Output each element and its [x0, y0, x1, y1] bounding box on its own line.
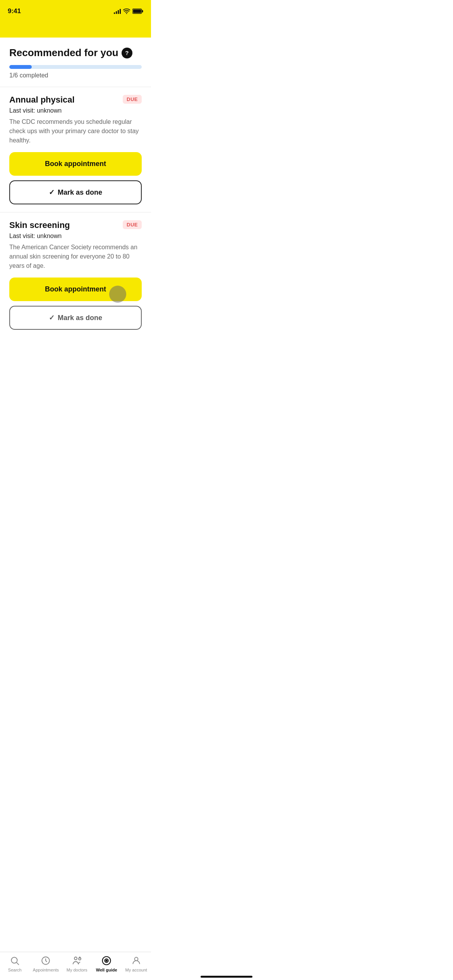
mark-as-done-button-2[interactable]: ✓ Mark as done	[9, 306, 142, 330]
card-header-2: Skin screening DUE	[9, 220, 142, 230]
progress-container: 1/6 completed	[9, 65, 142, 79]
card-desc-1: The CDC recommends you schedule regular …	[9, 117, 142, 145]
status-icons	[114, 9, 143, 14]
skin-book-wrapper: Book appointment	[9, 278, 142, 306]
divider-2	[0, 212, 151, 212]
main-content: Recommended for you ? 1/6 completed Annu…	[0, 38, 151, 370]
wifi-icon	[123, 9, 130, 14]
annual-physical-card: Annual physical DUE Last visit: unknown …	[9, 95, 142, 204]
due-badge-1: DUE	[123, 95, 142, 104]
progress-label: 1/6 completed	[9, 72, 142, 79]
card-title-2: Skin screening	[9, 220, 70, 230]
checkmark-icon-2: ✓	[49, 314, 55, 322]
card-title-1: Annual physical	[9, 95, 75, 105]
due-badge-2: DUE	[123, 220, 142, 229]
last-visit-2: Last visit: unknown	[9, 233, 142, 240]
card-desc-2: The American Cancer Society recommends a…	[9, 243, 142, 271]
status-time: 9:41	[8, 7, 21, 15]
book-appointment-button-1[interactable]: Book appointment	[9, 152, 142, 176]
svg-rect-1	[142, 10, 143, 12]
book-appointment-button-2[interactable]: Book appointment	[9, 278, 142, 301]
section-title-text: Recommended for you	[9, 47, 118, 59]
skin-screening-card: Skin screening DUE Last visit: unknown T…	[9, 220, 142, 330]
card-header-1: Annual physical DUE	[9, 95, 142, 105]
help-icon[interactable]: ?	[122, 48, 132, 58]
progress-fill	[9, 65, 32, 69]
svg-rect-2	[133, 9, 141, 13]
divider-1	[0, 87, 151, 87]
status-bar: 9:41	[0, 0, 151, 18]
checkmark-icon-1: ✓	[49, 188, 55, 197]
progress-track	[9, 65, 142, 69]
signal-icon	[114, 9, 121, 14]
mark-as-done-button-1[interactable]: ✓ Mark as done	[9, 180, 142, 204]
section-title: Recommended for you ?	[9, 47, 142, 59]
last-visit-1: Last visit: unknown	[9, 107, 142, 114]
header-background	[0, 18, 151, 38]
battery-icon	[132, 9, 143, 14]
